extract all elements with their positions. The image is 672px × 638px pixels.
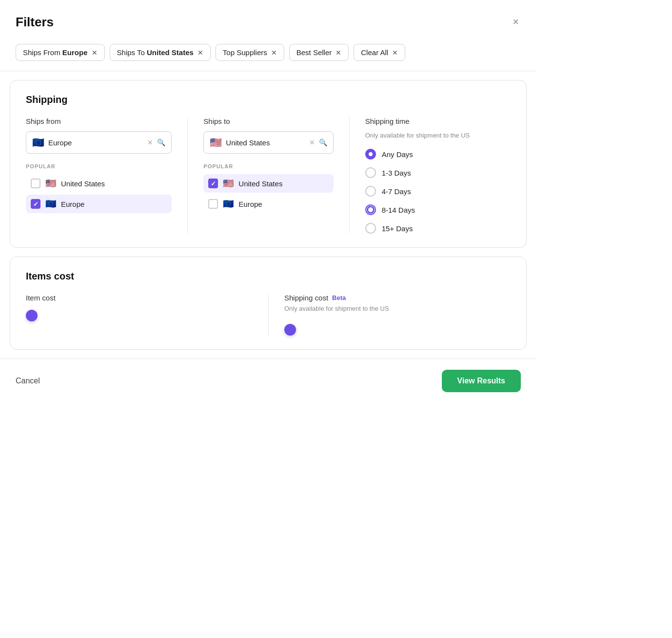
- item-cost-label: Item cost: [26, 294, 253, 302]
- 15-plus-days-label: 15+ Days: [382, 224, 413, 233]
- 1-3-days-radio[interactable]: [365, 167, 376, 178]
- ships-to-value: United States: [226, 139, 305, 147]
- from-eu-checkbox[interactable]: [31, 199, 40, 209]
- 4-7-days-option[interactable]: 4-7 Days: [365, 186, 511, 197]
- shipping-grid: Ships from 🇪🇺 Europe ✕ 🔍 POPULAR 🇺🇸 Unit…: [26, 117, 511, 234]
- ships-from-label: Ships from: [26, 117, 172, 125]
- shipping-section-title: Shipping: [26, 94, 511, 105]
- cancel-button[interactable]: Cancel: [16, 372, 40, 390]
- to-eu-checkbox[interactable]: [208, 199, 218, 209]
- shipping-cost-note: Only available for shipment to the US: [284, 305, 511, 312]
- ships-from-input[interactable]: 🇪🇺 Europe ✕ 🔍: [26, 131, 172, 154]
- 8-14-days-radio[interactable]: [365, 204, 376, 215]
- items-cost-grid: Item cost Shipping cost Beta Only availa…: [26, 294, 511, 336]
- ships-from-value: Europe: [48, 139, 143, 147]
- shipping-time-label: Shipping time: [365, 117, 511, 125]
- tag-label: Top Suppliers: [223, 48, 267, 57]
- filter-tag-ships-to-us[interactable]: Ships To United States ✕: [110, 44, 211, 61]
- tag-label: Ships To United States: [117, 48, 194, 57]
- shipping-time-note: Only available for shipment to the US: [365, 131, 511, 140]
- ships-to-column: Ships to 🇺🇸 United States ✕ 🔍 POPULAR 🇺🇸…: [187, 117, 349, 234]
- item-cost-slider[interactable]: [26, 310, 253, 321]
- us-flag-to-item: 🇺🇸: [223, 178, 234, 189]
- 1-3-days-label: 1-3 Days: [382, 169, 411, 177]
- remove-tag-icon[interactable]: ✕: [198, 49, 203, 57]
- tag-label: Best Seller: [296, 48, 332, 57]
- any-days-label: Any Days: [382, 150, 413, 159]
- beta-badge: Beta: [332, 294, 346, 301]
- filter-tag-best-seller[interactable]: Best Seller ✕: [289, 44, 349, 61]
- ships-to-input[interactable]: 🇺🇸 United States ✕ 🔍: [203, 131, 333, 154]
- modal-title: Filters: [16, 15, 54, 30]
- 1-3-days-option[interactable]: 1-3 Days: [365, 167, 511, 178]
- shipping-cost-label: Shipping cost Beta: [284, 294, 511, 302]
- view-results-button[interactable]: View Results: [442, 370, 521, 392]
- to-us-label: United States: [238, 179, 282, 188]
- slider-thumb-left[interactable]: [26, 310, 38, 321]
- eu-flag: 🇪🇺: [45, 199, 56, 209]
- search-to-icon[interactable]: 🔍: [319, 139, 327, 146]
- ships-from-popular-label: POPULAR: [26, 163, 172, 169]
- clear-to-icon[interactable]: ✕: [309, 139, 315, 146]
- ships-to-popular-label: POPULAR: [203, 163, 333, 169]
- us-flag: 🇺🇸: [45, 178, 56, 189]
- filter-tag-ships-from-europe[interactable]: Ships From Europe ✕: [16, 44, 105, 61]
- eu-flag-to-item: 🇪🇺: [223, 199, 234, 209]
- divider: [0, 71, 536, 71]
- remove-tag-icon[interactable]: ✕: [92, 49, 98, 57]
- to-us-checkbox[interactable]: [208, 179, 218, 188]
- item-cost-column: Item cost: [26, 294, 268, 336]
- ships-to-label: Ships to: [203, 117, 333, 125]
- 15-plus-days-option[interactable]: 15+ Days: [365, 223, 511, 234]
- ships-from-column: Ships from 🇪🇺 Europe ✕ 🔍 POPULAR 🇺🇸 Unit…: [26, 117, 187, 234]
- from-us-label: United States: [61, 179, 105, 188]
- filters-modal: Filters × Ships From Europe ✕ Ships To U…: [0, 0, 536, 488]
- close-button[interactable]: ×: [511, 14, 521, 30]
- clear-from-icon[interactable]: ✕: [147, 139, 153, 146]
- clear-all-icon[interactable]: ✕: [392, 49, 398, 57]
- remove-tag-icon[interactable]: ✕: [271, 49, 277, 57]
- to-eu-option[interactable]: 🇪🇺 Europe: [203, 195, 333, 213]
- europe-flag: 🇪🇺: [32, 137, 44, 148]
- shipping-time-options: Any Days 1-3 Days 4-7 Days 8-14 Days: [365, 149, 511, 234]
- to-eu-label: Europe: [238, 200, 262, 208]
- filter-tags-container: Ships From Europe ✕ Ships To United Stat…: [0, 38, 536, 66]
- search-from-icon[interactable]: 🔍: [157, 139, 165, 146]
- shipping-time-column: Shipping time Only available for shipmen…: [349, 117, 511, 234]
- to-us-option[interactable]: 🇺🇸 United States: [203, 174, 333, 193]
- from-us-checkbox[interactable]: [31, 179, 40, 188]
- us-flag-to: 🇺🇸: [210, 137, 222, 148]
- from-eu-option[interactable]: 🇪🇺 Europe: [26, 195, 172, 213]
- clear-all-label: Clear All: [361, 48, 388, 57]
- items-cost-title: Items cost: [26, 271, 511, 282]
- clear-all-tag[interactable]: Clear All ✕: [354, 44, 405, 61]
- 4-7-days-label: 4-7 Days: [382, 187, 411, 196]
- tag-label: Ships From Europe: [23, 48, 88, 57]
- from-eu-label: Europe: [61, 200, 84, 208]
- shipping-section: Shipping Ships from 🇪🇺 Europe ✕ 🔍 POPULA…: [10, 80, 527, 248]
- filter-tag-top-suppliers[interactable]: Top Suppliers ✕: [216, 44, 284, 61]
- any-days-radio[interactable]: [365, 149, 376, 160]
- 4-7-days-radio[interactable]: [365, 186, 376, 197]
- items-cost-section: Items cost Item cost Shipping cost Beta …: [10, 257, 527, 350]
- slider-thumb-shipping[interactable]: [284, 324, 296, 336]
- remove-tag-icon[interactable]: ✕: [336, 49, 341, 57]
- 8-14-days-option[interactable]: 8-14 Days: [365, 204, 511, 215]
- modal-header: Filters ×: [0, 0, 536, 38]
- shipping-cost-slider[interactable]: [284, 324, 511, 336]
- modal-footer: Cancel View Results: [0, 359, 536, 403]
- shipping-cost-column: Shipping cost Beta Only available for sh…: [268, 294, 511, 336]
- 15-plus-days-radio[interactable]: [365, 223, 376, 234]
- 8-14-days-label: 8-14 Days: [382, 206, 415, 214]
- from-us-option[interactable]: 🇺🇸 United States: [26, 174, 172, 193]
- any-days-option[interactable]: Any Days: [365, 149, 511, 160]
